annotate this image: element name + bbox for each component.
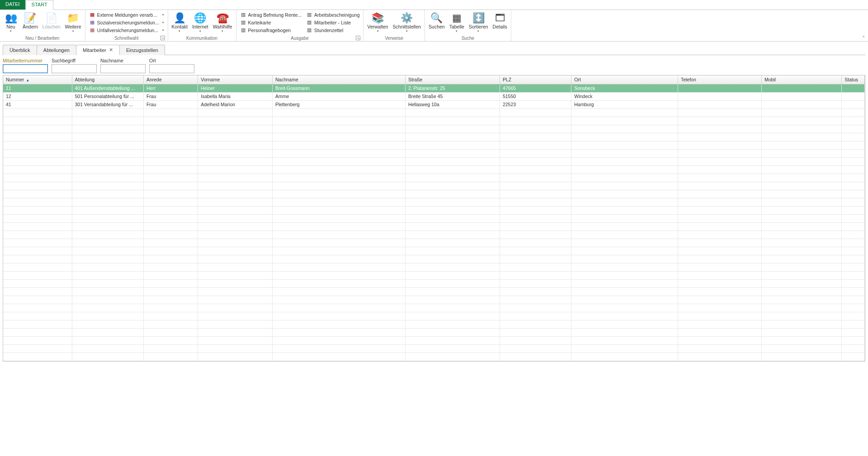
col-strasse[interactable]: Straße (405, 75, 500, 84)
ribbon-group-ausgabe: ▥Antrag Befreiung Rente... ▥Karteikarte … (236, 10, 364, 41)
tab-datei[interactable]: DATEI (0, 0, 26, 9)
table-row-empty (3, 157, 865, 165)
suchen-label: Suchen (429, 24, 445, 30)
table-row-empty (3, 165, 865, 174)
karteikarte-button[interactable]: ▥Karteikarte (238, 19, 304, 26)
col-status[interactable]: Status (842, 75, 865, 84)
table-row-empty (3, 222, 865, 230)
unfallversicherung-button[interactable]: ▦ Unfallversicherungsmeldun... ▾ (87, 26, 166, 34)
mitarbeiternummer-input[interactable] (3, 64, 48, 73)
verwalten-button[interactable]: 📚 Verwalten ▾ (365, 11, 390, 34)
col-nachname[interactable]: Nachname (272, 75, 405, 84)
stundenzettel-button[interactable]: ▥Stundenzettel (304, 26, 361, 34)
cell-nachname: Amme (272, 92, 405, 100)
data-grid: Nummer▲ Abteilung Anrede Vorname Nachnam… (3, 75, 865, 362)
dialog-launcher-icon[interactable]: ↘ (160, 36, 165, 40)
loeschen-label: Löschen (42, 24, 61, 30)
arbeitsbescheinigung-button[interactable]: ▥Arbeitsbescheinigung (304, 11, 361, 19)
tab-ueberblick[interactable]: Überblick (3, 45, 37, 55)
tab-start[interactable]: START (26, 0, 53, 10)
header-row: Nummer▲ Abteilung Anrede Vorname Nachnam… (3, 75, 865, 84)
chevron-down-icon: ▾ (222, 29, 223, 33)
table-row-empty (3, 336, 865, 344)
cell-status (842, 92, 865, 100)
details-icon: 🗔 (494, 12, 506, 24)
col-vorname[interactable]: Vorname (198, 75, 273, 84)
cell-telefon (678, 84, 761, 92)
table-row[interactable]: 12501 Personalabteilung für ...FrauIsabe… (3, 92, 865, 100)
tabelle-button[interactable]: ▦ Tabelle ▾ (448, 11, 466, 34)
cell-abteilung: 501 Personalabteilung für ... (72, 92, 143, 100)
sort-asc-icon: ▲ (26, 78, 29, 82)
ribbon-group-neu-bearbeiten: 👥 Neu ▾ 📝 Ändern 📄 Löschen 📁 Weitere ▾ N… (0, 10, 85, 41)
details-button[interactable]: 🗔 Details (491, 11, 509, 31)
personalfragebogen-button[interactable]: ▥Personalfragebogen (238, 26, 304, 34)
tab-abteilungen[interactable]: Abteilungen (37, 45, 76, 55)
table-row-empty (3, 328, 865, 336)
tab-einzugsstellen[interactable]: Einzugsstellen (119, 45, 165, 55)
sort-icon: ↕️ (472, 12, 485, 24)
document-tabs: Überblick Abteilungen Mitarbeiter ✕ Einz… (3, 44, 865, 55)
ribbon-group-label: Ausgabe↘ (238, 35, 362, 41)
cell-mobil (761, 100, 841, 108)
externe-meldungen-button[interactable]: ▦ Externe Meldungen verarbei... ▾ (87, 11, 166, 19)
chevron-down-icon: ▾ (162, 13, 164, 17)
collapse-ribbon-icon[interactable]: ⌃ (862, 35, 865, 40)
suchen-button[interactable]: 🔍 Suchen (427, 11, 447, 31)
table-icon: ▦ (450, 12, 463, 24)
neu-button[interactable]: 👥 Neu ▾ (2, 11, 20, 34)
ribbon-group-label: Schnellwahl↘ (87, 35, 166, 41)
wahlhilfe-button[interactable]: ☎️ Wahlhilfe ▾ (211, 11, 234, 34)
nachname-input[interactable] (100, 64, 146, 73)
item-label: Unfallversicherungsmeldun... (97, 28, 160, 33)
chevron-down-icon: ▾ (162, 28, 164, 32)
weitere-button[interactable]: 📁 Weitere ▾ (63, 11, 83, 34)
ribbon-group-label: Neu / Bearbeiten (2, 35, 83, 41)
chevron-down-icon: ▾ (162, 21, 164, 24)
chevron-down-icon: ▾ (477, 29, 479, 33)
cell-plz: 47665 (500, 84, 571, 92)
document-icon: ▦ (89, 12, 95, 18)
users-icon: 👥 (5, 12, 17, 24)
table-row[interactable]: 41301 Versandabteilung für ...FrauAdelhe… (3, 100, 865, 108)
internet-button[interactable]: 🌐 Internet ▾ (190, 11, 210, 34)
ribbon-group-schnellwahl: ▦ Externe Meldungen verarbei... ▾ ▦ Sozi… (85, 10, 168, 41)
cell-nummer: 12 (3, 92, 72, 100)
kontakt-button[interactable]: 👤 Kontakt ▾ (170, 11, 190, 34)
document-icon: ▥ (306, 19, 312, 26)
col-nummer[interactable]: Nummer▲ (3, 75, 72, 84)
table-row-empty (3, 279, 865, 287)
table-row[interactable]: 11401 Außendienstabteilung ...HerrHeiner… (3, 84, 865, 92)
col-ort[interactable]: Ort (571, 75, 678, 84)
ribbon-group-label: Kommunikation (170, 35, 234, 41)
suchbegriff-input[interactable] (52, 64, 97, 73)
mitarbeiter-liste-button[interactable]: ▥Mitarbeiter - Liste (304, 19, 361, 26)
cell-vorname: Adelheid Marion (198, 100, 273, 108)
tab-mitarbeiter[interactable]: Mitarbeiter ✕ (76, 45, 120, 55)
col-telefon[interactable]: Telefon (678, 75, 761, 84)
sozialversicherung-button[interactable]: ▦ Sozialversicherungsmeldun... ▾ (87, 19, 166, 26)
cell-ort: Sonsbeck (571, 84, 678, 92)
antrag-befreiung-button[interactable]: ▥Antrag Befreiung Rente... (238, 11, 304, 19)
col-mobil[interactable]: Mobil (761, 75, 841, 84)
schnittstellen-button[interactable]: ⚙️ Schnittstellen ▾ (391, 11, 423, 34)
aendern-button[interactable]: 📝 Ändern (21, 11, 40, 31)
col-anrede[interactable]: Anrede (143, 75, 198, 84)
book-icon: 📚 (372, 12, 384, 24)
document-icon: ▥ (240, 12, 246, 18)
table-row-empty (3, 344, 865, 353)
sortieren-button[interactable]: ↕️ Sortieren ▾ (467, 11, 490, 34)
dialog-launcher-icon[interactable]: ↘ (356, 36, 360, 40)
cell-nummer: 11 (3, 84, 72, 92)
ort-input[interactable] (149, 64, 194, 73)
table-row-empty (3, 287, 865, 296)
ribbon-group-verweise: 📚 Verwalten ▾ ⚙️ Schnittstellen ▾ Verwei… (363, 10, 425, 41)
table-row-empty (3, 255, 865, 263)
col-abteilung[interactable]: Abteilung (72, 75, 143, 84)
table-row-empty (3, 117, 865, 125)
col-plz[interactable]: PLZ (500, 75, 571, 84)
chevron-down-icon: ▾ (377, 29, 379, 33)
loeschen-button[interactable]: 📄 Löschen (41, 11, 62, 31)
cell-abteilung: 301 Versandabteilung für ... (72, 100, 143, 108)
close-icon[interactable]: ✕ (109, 47, 113, 53)
